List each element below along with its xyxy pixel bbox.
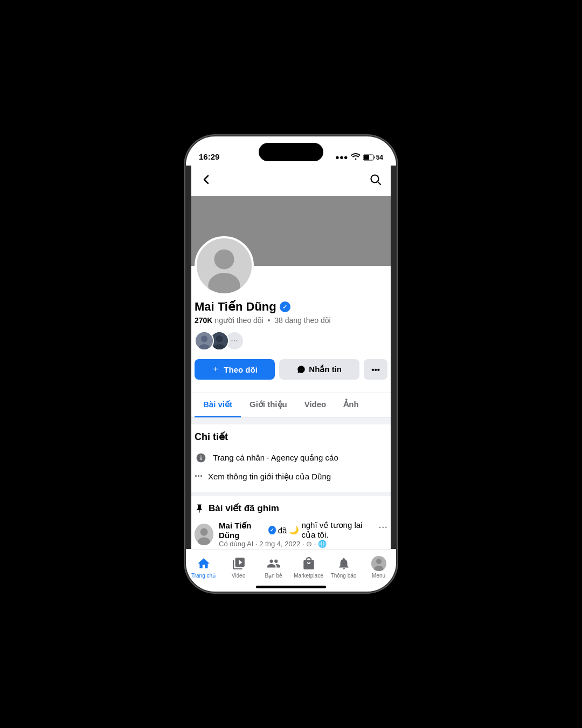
notifications-icon: [336, 556, 351, 571]
post-author-info: Mai Tiến Dũng ✓ đã 🌙 nghĩ về tương lai c…: [219, 520, 378, 548]
message-button[interactable]: Nhắn tin: [279, 359, 359, 380]
details-card: Chi tiết Trang cá nhân · Agency quảng cá…: [186, 424, 396, 492]
tab-anh[interactable]: Ảnh: [335, 393, 367, 417]
svg-point-4: [214, 249, 234, 269]
svg-point-7: [201, 335, 207, 342]
home-icon: [196, 556, 211, 571]
battery-icon: 54: [363, 154, 383, 161]
nav-item-friends[interactable]: Bạn bè: [256, 554, 291, 581]
nav-notifications-label: Thông báo: [331, 573, 357, 579]
tabs-container: Bài viết Giới thiệu Video Ảnh: [186, 393, 396, 418]
post-meta: Có dùng AI · 2 thg 4, 2022 · ⊙ · 🌐: [219, 540, 378, 548]
profile-section: Mai Tiến Dũng ✓ 270K người theo dõi • 38…: [186, 236, 396, 386]
post-author-avatar[interactable]: [195, 524, 213, 545]
nav-menu-label: Menu: [372, 573, 385, 579]
post-author-name: Mai Tiến Dũng ✓ đã 🌙 nghĩ về tương lai c…: [219, 520, 378, 540]
nav-item-notifications[interactable]: Thông báo: [326, 554, 361, 581]
svg-rect-1: [364, 155, 369, 160]
video-icon: [231, 556, 246, 571]
more-button[interactable]: •••: [364, 359, 387, 380]
pinned-section: Bài viết đã ghim: [186, 496, 396, 554]
nav-item-home[interactable]: Trang chủ: [186, 554, 221, 581]
wifi-icon: [351, 153, 360, 161]
nav-item-video[interactable]: Video: [221, 554, 256, 581]
details-title: Chi tiết: [195, 431, 387, 443]
dynamic-island: [259, 143, 323, 161]
tab-bai-viet[interactable]: Bài viết: [195, 393, 241, 417]
follow-button[interactable]: Theo dõi: [195, 359, 275, 380]
nav-item-marketplace[interactable]: Marketplace: [291, 554, 326, 581]
svg-point-10: [216, 335, 223, 342]
post-author-verified: ✓: [268, 526, 276, 534]
friends-icon: [266, 556, 281, 571]
mutual-friend-1: [195, 331, 214, 351]
marketplace-icon: [301, 556, 316, 571]
post-more-button[interactable]: ···: [378, 520, 387, 533]
nav-friends-label: Bạn bè: [265, 573, 282, 579]
detail-type: Trang cá nhân · Agency quảng cáo: [195, 448, 387, 468]
pinned-title: Bài viết đã ghim: [195, 503, 387, 514]
profile-name: Mai Tiến Dũng ✓: [195, 300, 387, 314]
svg-point-16: [376, 559, 382, 564]
tab-video[interactable]: Video: [296, 393, 335, 417]
post-header: Mai Tiến Dũng ✓ đã 🌙 nghĩ về tương lai c…: [195, 520, 387, 548]
search-button[interactable]: [366, 170, 385, 189]
followers-info: 270K người theo dõi • 38 đang theo dõi: [195, 316, 387, 325]
signal-icon: ●●●: [335, 153, 348, 161]
status-time: 16:29: [199, 152, 219, 161]
scrollable-content: Mai Tiến Dũng ✓ 270K người theo dõi • 38…: [186, 196, 396, 592]
post-author: Mai Tiến Dũng ✓ đã 🌙 nghĩ về tương lai c…: [195, 520, 378, 548]
status-icons: ●●● 54: [335, 153, 383, 161]
content-area: Chi tiết Trang cá nhân · Agency quảng cá…: [186, 418, 396, 561]
nav-bar: [186, 166, 396, 196]
detail-see-more[interactable]: ··· Xem thông tin giới thiệu của Dũng: [195, 468, 387, 485]
nav-item-menu[interactable]: Menu: [361, 554, 396, 581]
info-icon: [195, 451, 207, 464]
menu-icon: [371, 556, 386, 571]
nav-marketplace-label: Marketplace: [294, 573, 323, 579]
mutual-friends: ···: [195, 331, 387, 351]
avatar-container: [195, 236, 387, 296]
nav-home-label: Trang chủ: [191, 573, 216, 579]
battery-level: 54: [376, 154, 383, 161]
profile-avatar[interactable]: [195, 236, 254, 296]
back-button[interactable]: [197, 170, 216, 189]
svg-point-13: [200, 528, 208, 535]
tab-gioi-thieu[interactable]: Giới thiệu: [241, 393, 296, 417]
home-indicator: [256, 586, 326, 588]
action-buttons: Theo dõi Nhắn tin •••: [195, 359, 387, 380]
nav-video-label: Video: [232, 573, 245, 579]
verified-badge: ✓: [280, 301, 290, 312]
